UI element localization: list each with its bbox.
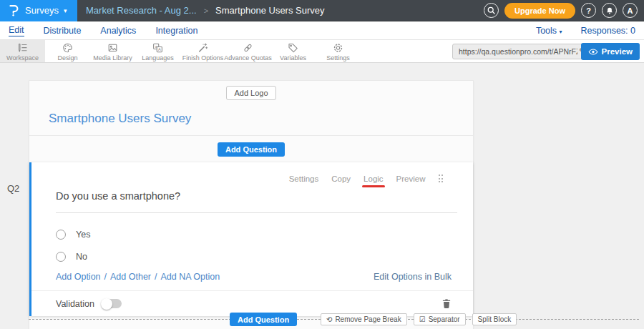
toolbar-item-label: Finish Options: [182, 54, 224, 62]
question-toolbar: Settings Copy Logic Preview: [31, 162, 473, 184]
edit-options-in-bulk-link[interactable]: Edit Options in Bulk: [374, 272, 452, 282]
toggle-knob: [101, 298, 112, 310]
block-actions-strip: Add Question ⟲ Remove Page Break ☑ Separ…: [29, 313, 639, 327]
design-icon: [62, 42, 74, 54]
question-card: Settings Copy Logic Preview Do you use a…: [29, 162, 473, 316]
survey-editor-screen: Surveys ▾ Market Research - Aug 2... > S…: [0, 0, 644, 329]
answer-option-row: No: [56, 252, 473, 262]
editor-content: Q2 Add Logo Smartphone Users Survey Add …: [0, 63, 644, 329]
add-na-option-link[interactable]: Add NA Option: [161, 272, 220, 282]
validation-toggle[interactable]: [102, 299, 122, 308]
toolbar-item-label: Variables: [280, 54, 306, 62]
add-option-link[interactable]: Add Option: [56, 272, 101, 282]
search-icon: [487, 6, 496, 15]
nav-item-integration[interactable]: Integration: [155, 26, 197, 36]
toolbar-item-label: Design: [57, 54, 77, 62]
toolbar-item-media-library[interactable]: Media Library: [90, 40, 135, 62]
media-library-icon: [107, 42, 119, 54]
separator-checkbox-icon: ☑: [419, 315, 426, 323]
remove-page-break-label: Remove Page Break: [335, 315, 401, 323]
help-button[interactable]: ?: [581, 3, 596, 18]
upgrade-now-button[interactable]: Upgrade Now: [504, 3, 575, 19]
top-header: Surveys ▾ Market Research - Aug 2... > S…: [0, 0, 644, 21]
toolbar-item-label: Languages: [142, 54, 174, 62]
nav-item-analytics[interactable]: Analytics: [100, 26, 136, 36]
breadcrumb-folder[interactable]: Market Research - Aug 2...: [86, 5, 197, 16]
split-block-button[interactable]: Split Block: [472, 313, 517, 325]
option-links-row: Add Option / Add Other / Add NA Option E…: [56, 272, 452, 282]
radio-option-no[interactable]: [56, 252, 66, 262]
split-block-label: Split Block: [478, 315, 512, 323]
question-tab-preview[interactable]: Preview: [396, 175, 426, 183]
toolbar-item-label: Settings: [326, 54, 350, 62]
validation-label: Validation: [56, 299, 94, 309]
survey-canvas: Add Logo Smartphone Users Survey Add Que…: [29, 80, 474, 329]
add-question-row: Add Question: [29, 142, 473, 157]
nav-item-distribute[interactable]: Distribute: [44, 26, 82, 36]
languages-icon: a A: [152, 42, 164, 54]
notifications-button[interactable]: [602, 3, 617, 18]
breadcrumb-survey-name: Smartphone Users Survey: [215, 5, 324, 16]
drag-handle-icon[interactable]: [437, 173, 445, 184]
finish-options-icon: [197, 42, 209, 54]
toolbar-item-languages[interactable]: a A Languages: [135, 40, 180, 62]
search-button[interactable]: [484, 3, 499, 18]
nav-item-edit[interactable]: Edit: [9, 25, 24, 36]
bell-icon: [605, 6, 614, 15]
title-divider: [29, 135, 473, 136]
tools-menu-label: Tools: [536, 26, 557, 36]
product-menu[interactable]: Surveys ▾: [0, 0, 77, 21]
section-nav: Edit Distribute Analytics Integration To…: [0, 21, 644, 40]
answer-option-row: Yes: [56, 230, 473, 240]
tools-menu[interactable]: Tools ▾: [536, 26, 562, 36]
separator-button[interactable]: ☑ Separator: [414, 313, 466, 325]
question-tab-logic[interactable]: Logic: [364, 175, 384, 183]
link-separator: /: [104, 272, 107, 282]
survey-url-field[interactable]: https://qa.questionpro.com/t/APNrFZgQ ✎: [452, 44, 591, 59]
toolbar-item-workspace[interactable]: Workspace: [0, 40, 45, 62]
remove-page-break-icon: ⟲: [326, 315, 332, 323]
chevron-down-icon: ▾: [64, 7, 67, 14]
toolbar-item-settings[interactable]: Settings: [316, 40, 361, 62]
toolbar-item-label: Workspace: [6, 54, 39, 62]
add-logo-button[interactable]: Add Logo: [226, 86, 275, 100]
toolbar-item-variables[interactable]: Variables: [270, 40, 316, 62]
toolbar-item-design[interactable]: Design: [45, 40, 90, 62]
eye-icon: [588, 48, 598, 56]
add-question-button-top[interactable]: Add Question: [218, 142, 285, 157]
survey-url-value: https://qa.questionpro.com/t/APNrFZgQ: [459, 47, 577, 56]
avatar[interactable]: A: [623, 3, 638, 18]
section-nav-links: Edit Distribute Analytics Integration: [9, 25, 197, 36]
link-separator: /: [155, 272, 157, 282]
svg-text:A: A: [158, 47, 161, 51]
page-break-actions: ⟲ Remove Page Break ☑ Separator Split Bl…: [321, 313, 517, 325]
chevron-down-icon: ▾: [560, 29, 562, 35]
option-label-yes[interactable]: Yes: [76, 230, 90, 240]
toolbar-item-label: Advance Quotas: [224, 54, 272, 62]
radio-option-yes[interactable]: [56, 230, 66, 240]
questionpro-logo-icon: [8, 4, 20, 17]
preview-button[interactable]: Preview: [581, 43, 640, 60]
breadcrumb-separator: >: [204, 6, 208, 15]
toolbar-item-advance-quotas[interactable]: Advance Quotas: [225, 40, 270, 62]
product-menu-label: Surveys: [25, 5, 59, 16]
question-tab-settings[interactable]: Settings: [289, 175, 319, 183]
separator-label: Separator: [429, 315, 460, 323]
add-other-link[interactable]: Add Other: [110, 272, 151, 282]
breadcrumb: Market Research - Aug 2... > Smartphone …: [86, 5, 325, 16]
preview-button-label: Preview: [602, 47, 633, 56]
remove-page-break-button[interactable]: ⟲ Remove Page Break: [321, 313, 407, 325]
advance-quotas-icon: [242, 42, 254, 54]
option-label-no[interactable]: No: [76, 252, 87, 262]
responses-count[interactable]: Responses: 0: [581, 26, 635, 36]
toolbar-item-label: Media Library: [93, 54, 132, 62]
add-question-button-bottom[interactable]: Add Question: [230, 313, 297, 326]
delete-question-button[interactable]: [441, 298, 452, 309]
question-text[interactable]: Do you use a smartphone?: [56, 190, 457, 213]
question-number: Q2: [7, 183, 19, 194]
logo-row: Add Logo: [29, 81, 473, 100]
toolbar-item-finish-options[interactable]: Finish Options: [180, 40, 225, 62]
survey-title[interactable]: Smartphone Users Survey: [49, 112, 473, 126]
section-nav-right: Tools ▾ Responses: 0: [536, 26, 635, 36]
question-tab-copy[interactable]: Copy: [331, 175, 351, 183]
